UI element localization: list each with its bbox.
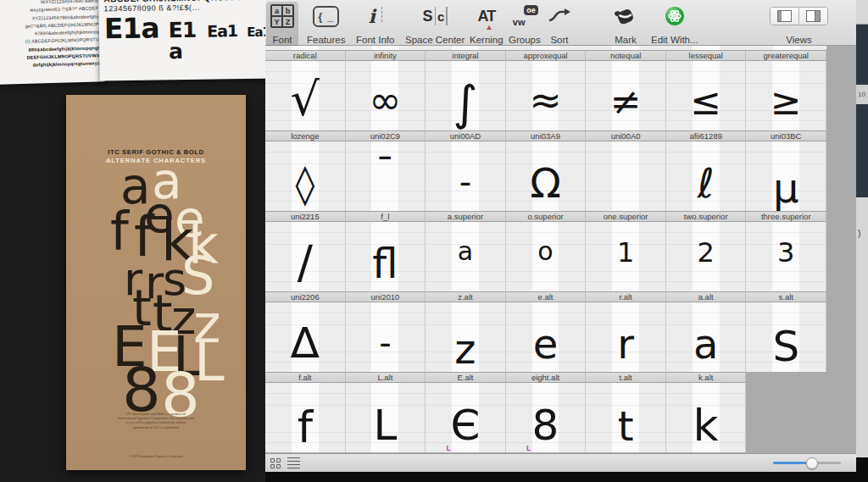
metric-line <box>506 232 586 233</box>
glyph-cell-f_l[interactable]: f_lfl <box>346 211 426 291</box>
space-center-icon: Sc <box>422 3 447 29</box>
glyph-cell-o.superior[interactable]: o.superioro <box>506 211 587 291</box>
glyph-preview: 3 <box>746 222 826 291</box>
glyph-cell-three.superior[interactable]: three.superior3 <box>746 211 826 291</box>
metric-line <box>666 271 746 272</box>
glyph-preview: √ <box>265 61 346 130</box>
toolbar-item-font[interactable]: abYZ Font <box>266 2 298 47</box>
toolbar-item-font-info[interactable]: i Font Info <box>352 2 398 47</box>
glyph-preview: ∫ <box>426 61 506 130</box>
glyph-cell-uni00A0[interactable]: uni00A0 <box>586 130 666 211</box>
toolbar-item-kerning[interactable]: AT Kerning <box>465 2 508 47</box>
glyph-cell-uni02C9[interactable]: uni02C9ˉ <box>346 130 426 211</box>
glyph-cell-E.alt[interactable]: E.altЄL <box>426 372 506 452</box>
toolbar-item-edit-with[interactable]: Edit With... <box>647 2 703 47</box>
glyph-cell-approxequal[interactable]: approxequal≈ <box>506 50 587 130</box>
metric-line <box>746 313 826 313</box>
glyph: ≥ <box>746 86 826 119</box>
glyph-cell-t.alt[interactable]: t.altt <box>586 372 666 452</box>
glyph-cell-two.superior[interactable]: two.superior2 <box>666 211 747 291</box>
toolbar-item-groups[interactable]: oevw Groups <box>504 2 545 47</box>
glyph-cell-eight.alt[interactable]: eight.alt8L <box>506 372 587 452</box>
glyph-preview <box>586 141 666 211</box>
glyph-cell-label: k.alt <box>666 372 747 383</box>
sort-icon <box>548 3 571 29</box>
metric-line <box>426 393 505 394</box>
glyph-cell-uni2010[interactable]: uni2010- <box>346 291 426 372</box>
glyph-cell-uni2206[interactable]: uni2206∆ <box>265 291 346 372</box>
metric-line <box>666 152 746 152</box>
glyph-cell-uni03A9[interactable]: uni03A9Ω <box>506 130 587 211</box>
toolbar-item-mark[interactable]: Mark <box>609 2 642 47</box>
glyph: ∆ <box>265 324 345 362</box>
glyph-cell-integral[interactable]: integral∫ <box>426 50 506 130</box>
metric-line <box>666 71 746 72</box>
zoom-slider-knob[interactable] <box>806 457 818 469</box>
glyph-cell-r.alt[interactable]: r.altr <box>586 291 666 372</box>
toolbar-item-features[interactable]: { _ Features <box>303 2 349 47</box>
glyph: 8 <box>506 407 586 444</box>
glyph-preview: k <box>666 383 747 452</box>
zoom-slider[interactable] <box>773 462 841 464</box>
glyph-cell-uni2215[interactable]: uni2215∕ <box>265 211 346 291</box>
glyph: - <box>346 329 426 358</box>
toolbar-item-sort[interactable]: Sort <box>543 2 576 47</box>
glyph-cell-a.alt[interactable]: a.alta <box>666 291 747 372</box>
glyph-cell-L.alt[interactable]: L.altL <box>346 372 426 452</box>
view-grid-button[interactable] <box>771 8 798 25</box>
glyph-preview: ≠ <box>586 61 666 130</box>
glyph-preview: t <box>586 383 666 452</box>
glyph-cell-notequal[interactable]: notequal≠ <box>586 50 666 130</box>
poster-caption: ITC Serif Gothic and Bold is a product o… <box>66 412 246 429</box>
glyph: a <box>426 241 505 263</box>
glyph-cell-uni00AD[interactable]: uni00AD- <box>426 130 506 211</box>
glyph-cell-label: lozenge <box>265 130 346 141</box>
glyph-grid-row: f.altfL.altLE.altЄLeight.alt8Lt.alttk.al… <box>265 372 826 452</box>
glyph-preview: ∕ <box>265 222 346 291</box>
metric-line <box>346 393 426 394</box>
edit-with-app-icon <box>665 3 685 29</box>
metric-line <box>506 393 586 394</box>
glyph-cell-z.alt[interactable]: z.altz <box>426 291 506 372</box>
glyph-cell-greaterequal[interactable]: greaterequal≥ <box>746 50 826 130</box>
glyph-cell-label: infinity <box>346 50 426 61</box>
glyph-cell-one.superior[interactable]: one.superior1 <box>586 211 666 291</box>
glyph-cell-f.alt[interactable]: f.altf <box>265 372 346 452</box>
glyph-preview: 8L <box>506 383 587 452</box>
metric-line <box>586 313 665 313</box>
list-display-mode-button[interactable] <box>287 457 300 469</box>
glyph-cell-afii61289[interactable]: afii61289ℓ <box>666 130 747 211</box>
metric-line <box>586 393 665 394</box>
info-icon: i <box>369 3 382 29</box>
glyph-cell-lessequal[interactable]: lessequal≤ <box>666 50 747 130</box>
poster-letter: 8 <box>122 363 161 418</box>
glyph-preview: ◊ <box>265 141 346 211</box>
glyph-cell-infinity[interactable]: infinity∞ <box>346 50 426 130</box>
glyph-cell-radical[interactable]: radical√ <box>265 50 346 130</box>
glyph-cell-k.alt[interactable]: k.altk <box>666 372 747 452</box>
glyph-preview: ∆ <box>265 302 346 372</box>
size-sample-caption: ··· ·· ···· <box>253 41 264 45</box>
metric-line <box>506 271 586 272</box>
metric-line <box>346 232 426 233</box>
glyph-cell-label: uni2206 <box>265 291 346 302</box>
glyph-cell-lozenge[interactable]: lozenge◊ <box>265 130 346 211</box>
metric-line <box>586 232 665 233</box>
glyph-cell-e.alt[interactable]: e.alte <box>506 291 587 372</box>
metric-line <box>506 71 586 72</box>
grid-display-mode-button[interactable] <box>270 458 281 468</box>
glyph-cell-uni03BC[interactable]: uni03BCµ <box>746 130 826 211</box>
glyph-grid-row: lozenge◊uni02C9ˉuni00AD-uni03A9Ωuni00A0a… <box>265 130 826 211</box>
toolbar-item-space-center[interactable]: Sc Space Center <box>401 2 469 47</box>
glyph-cell-label: uni03A9 <box>506 130 587 141</box>
glyph-cell-label: approxequal <box>506 50 587 61</box>
glyph-preview: ℓ <box>666 141 747 211</box>
glyph: √ <box>265 80 345 120</box>
views-segmented-control <box>770 7 828 25</box>
view-list-button[interactable] <box>798 8 827 25</box>
glyph: 1 <box>586 241 665 264</box>
glyph-cell-s.alt[interactable]: s.altS <box>746 291 826 372</box>
glyph: 2 <box>666 241 746 264</box>
glyph-cell-a.superior[interactable]: a.superiora <box>426 211 506 291</box>
glyph: µ <box>746 170 826 206</box>
